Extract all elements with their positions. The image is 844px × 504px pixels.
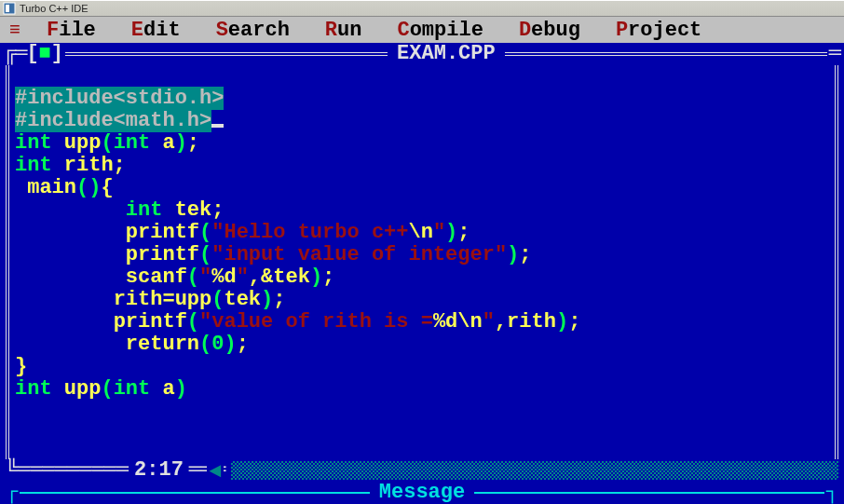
- menu-search[interactable]: Search: [216, 19, 290, 42]
- ide-body: ╔═ [■] EXAM.CPP ═ #include<stdio.h> #inc…: [0, 43, 844, 504]
- code-line: printf("input value of integer");: [15, 243, 532, 266]
- system-menu-icon[interactable]: ≡: [9, 20, 19, 41]
- frame-border-left: [6, 65, 9, 459]
- editor-filename: EXAM.CPP: [389, 43, 503, 65]
- code-line: int tek;: [15, 198, 224, 222]
- code-line: int upp(int a);: [15, 131, 199, 155]
- code-line: main(){: [15, 176, 114, 199]
- code-line: int upp(int a): [15, 377, 187, 401]
- code-line: return(0);: [15, 333, 249, 356]
- scroll-left-icon[interactable]: ◄: [207, 461, 223, 484]
- code-editor[interactable]: #include<stdio.h> #include<math.h> int u…: [0, 65, 844, 401]
- code-line: #include<math.h>: [15, 109, 211, 132]
- code-line: scanf("%d",&tek);: [15, 266, 334, 289]
- menu-project[interactable]: Project: [616, 19, 701, 42]
- code-line: printf("Hello turbo c++\n");: [15, 221, 470, 244]
- message-panel-frame: ┌ Message ┐: [0, 482, 844, 504]
- menu-debug[interactable]: Debug: [519, 19, 580, 42]
- editor-frame-bottom: ╚═════════ 2:17 ═══ ◄: [0, 459, 844, 482]
- window-titlebar: Turbo C++ IDE: [0, 0, 844, 17]
- close-box-icon[interactable]: [■]: [26, 43, 63, 65]
- menu-edit[interactable]: Edit: [131, 19, 181, 42]
- code-line: }: [15, 355, 27, 378]
- text-cursor: [211, 124, 224, 128]
- frame-border-right: [835, 65, 838, 459]
- code-line: rith=upp(tek);: [15, 288, 285, 311]
- menubar: ≡ File Edit Search Run Compile Debug Pro…: [0, 17, 844, 43]
- code-line: #include<stdio.h>: [15, 87, 224, 110]
- code-line: int rith;: [15, 154, 126, 177]
- cursor-position: 2:17: [129, 459, 189, 482]
- message-panel-title: Message: [372, 482, 472, 504]
- svg-rect-1: [6, 5, 9, 12]
- horizontal-scrollbar[interactable]: ◄: [231, 461, 838, 480]
- menu-compile[interactable]: Compile: [397, 19, 483, 42]
- app-icon: [3, 2, 16, 15]
- menu-run[interactable]: Run: [325, 19, 362, 42]
- window-title: Turbo C++ IDE: [20, 3, 88, 14]
- menu-file[interactable]: File: [47, 19, 96, 42]
- editor-frame-top: ╔═ [■] EXAM.CPP ═: [0, 43, 844, 65]
- code-line: printf("value of rith is =%d\n",rith);: [15, 310, 580, 334]
